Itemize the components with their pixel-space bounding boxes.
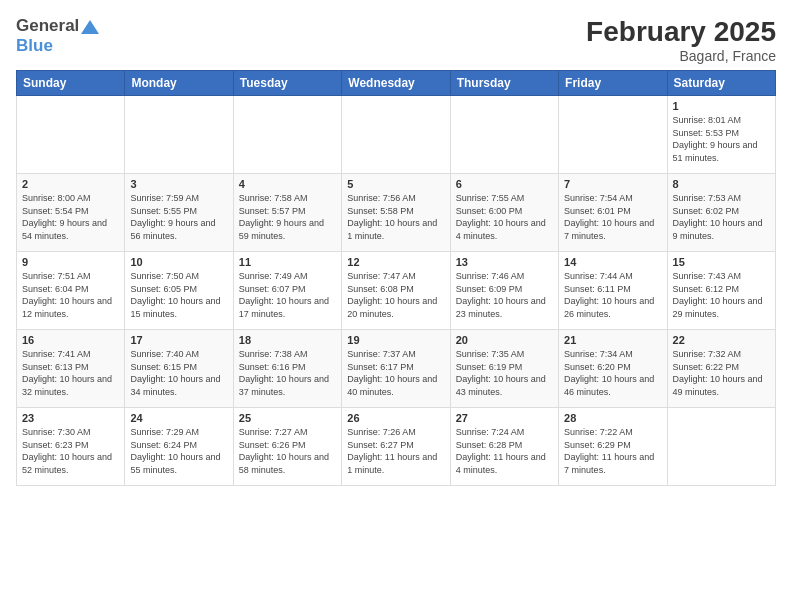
calendar-cell: 25Sunrise: 7:27 AM Sunset: 6:26 PM Dayli… <box>233 408 341 486</box>
day-info: Sunrise: 7:41 AM Sunset: 6:13 PM Dayligh… <box>22 348 119 398</box>
calendar-cell: 20Sunrise: 7:35 AM Sunset: 6:19 PM Dayli… <box>450 330 558 408</box>
day-info: Sunrise: 7:32 AM Sunset: 6:22 PM Dayligh… <box>673 348 770 398</box>
calendar-cell <box>559 96 667 174</box>
calendar-cell <box>233 96 341 174</box>
day-number: 2 <box>22 178 119 190</box>
day-info: Sunrise: 7:29 AM Sunset: 6:24 PM Dayligh… <box>130 426 227 476</box>
day-number: 7 <box>564 178 661 190</box>
day-info: Sunrise: 7:51 AM Sunset: 6:04 PM Dayligh… <box>22 270 119 320</box>
calendar-cell: 14Sunrise: 7:44 AM Sunset: 6:11 PM Dayli… <box>559 252 667 330</box>
col-header-tuesday: Tuesday <box>233 71 341 96</box>
day-info: Sunrise: 7:50 AM Sunset: 6:05 PM Dayligh… <box>130 270 227 320</box>
day-info: Sunrise: 7:46 AM Sunset: 6:09 PM Dayligh… <box>456 270 553 320</box>
day-info: Sunrise: 7:49 AM Sunset: 6:07 PM Dayligh… <box>239 270 336 320</box>
day-info: Sunrise: 7:30 AM Sunset: 6:23 PM Dayligh… <box>22 426 119 476</box>
day-info: Sunrise: 7:27 AM Sunset: 6:26 PM Dayligh… <box>239 426 336 476</box>
day-number: 22 <box>673 334 770 346</box>
day-number: 17 <box>130 334 227 346</box>
day-info: Sunrise: 7:55 AM Sunset: 6:00 PM Dayligh… <box>456 192 553 242</box>
col-header-monday: Monday <box>125 71 233 96</box>
calendar-cell: 21Sunrise: 7:34 AM Sunset: 6:20 PM Dayli… <box>559 330 667 408</box>
day-number: 20 <box>456 334 553 346</box>
calendar-cell: 1Sunrise: 8:01 AM Sunset: 5:53 PM Daylig… <box>667 96 775 174</box>
calendar-cell: 13Sunrise: 7:46 AM Sunset: 6:09 PM Dayli… <box>450 252 558 330</box>
col-header-friday: Friday <box>559 71 667 96</box>
calendar-cell: 28Sunrise: 7:22 AM Sunset: 6:29 PM Dayli… <box>559 408 667 486</box>
calendar-cell: 22Sunrise: 7:32 AM Sunset: 6:22 PM Dayli… <box>667 330 775 408</box>
day-number: 19 <box>347 334 444 346</box>
subtitle: Bagard, France <box>586 48 776 64</box>
day-number: 27 <box>456 412 553 424</box>
day-number: 5 <box>347 178 444 190</box>
week-row-2: 2Sunrise: 8:00 AM Sunset: 5:54 PM Daylig… <box>17 174 776 252</box>
col-header-wednesday: Wednesday <box>342 71 450 96</box>
header: General Blue February 2025 Bagard, Franc… <box>16 16 776 64</box>
day-number: 12 <box>347 256 444 268</box>
calendar-cell: 15Sunrise: 7:43 AM Sunset: 6:12 PM Dayli… <box>667 252 775 330</box>
day-number: 26 <box>347 412 444 424</box>
col-header-sunday: Sunday <box>17 71 125 96</box>
day-info: Sunrise: 7:47 AM Sunset: 6:08 PM Dayligh… <box>347 270 444 320</box>
calendar-header-row: SundayMondayTuesdayWednesdayThursdayFrid… <box>17 71 776 96</box>
calendar-cell: 16Sunrise: 7:41 AM Sunset: 6:13 PM Dayli… <box>17 330 125 408</box>
day-number: 11 <box>239 256 336 268</box>
calendar-cell <box>342 96 450 174</box>
calendar-cell: 26Sunrise: 7:26 AM Sunset: 6:27 PM Dayli… <box>342 408 450 486</box>
calendar-cell <box>667 408 775 486</box>
calendar-cell: 4Sunrise: 7:58 AM Sunset: 5:57 PM Daylig… <box>233 174 341 252</box>
day-info: Sunrise: 8:01 AM Sunset: 5:53 PM Dayligh… <box>673 114 770 164</box>
calendar-cell: 6Sunrise: 7:55 AM Sunset: 6:00 PM Daylig… <box>450 174 558 252</box>
week-row-1: 1Sunrise: 8:01 AM Sunset: 5:53 PM Daylig… <box>17 96 776 174</box>
calendar-cell: 2Sunrise: 8:00 AM Sunset: 5:54 PM Daylig… <box>17 174 125 252</box>
day-info: Sunrise: 7:44 AM Sunset: 6:11 PM Dayligh… <box>564 270 661 320</box>
day-info: Sunrise: 7:53 AM Sunset: 6:02 PM Dayligh… <box>673 192 770 242</box>
day-number: 21 <box>564 334 661 346</box>
day-number: 6 <box>456 178 553 190</box>
main-title: February 2025 <box>586 16 776 48</box>
calendar-cell: 12Sunrise: 7:47 AM Sunset: 6:08 PM Dayli… <box>342 252 450 330</box>
calendar-cell: 19Sunrise: 7:37 AM Sunset: 6:17 PM Dayli… <box>342 330 450 408</box>
day-number: 28 <box>564 412 661 424</box>
logo-text: General Blue <box>16 16 99 57</box>
calendar-cell: 10Sunrise: 7:50 AM Sunset: 6:05 PM Dayli… <box>125 252 233 330</box>
day-number: 3 <box>130 178 227 190</box>
day-info: Sunrise: 7:37 AM Sunset: 6:17 PM Dayligh… <box>347 348 444 398</box>
day-info: Sunrise: 7:38 AM Sunset: 6:16 PM Dayligh… <box>239 348 336 398</box>
col-header-saturday: Saturday <box>667 71 775 96</box>
day-info: Sunrise: 7:40 AM Sunset: 6:15 PM Dayligh… <box>130 348 227 398</box>
calendar-cell <box>450 96 558 174</box>
day-info: Sunrise: 7:59 AM Sunset: 5:55 PM Dayligh… <box>130 192 227 242</box>
day-number: 15 <box>673 256 770 268</box>
day-number: 24 <box>130 412 227 424</box>
title-block: February 2025 Bagard, France <box>586 16 776 64</box>
col-header-thursday: Thursday <box>450 71 558 96</box>
calendar-cell: 9Sunrise: 7:51 AM Sunset: 6:04 PM Daylig… <box>17 252 125 330</box>
day-info: Sunrise: 7:58 AM Sunset: 5:57 PM Dayligh… <box>239 192 336 242</box>
day-info: Sunrise: 7:54 AM Sunset: 6:01 PM Dayligh… <box>564 192 661 242</box>
day-number: 25 <box>239 412 336 424</box>
calendar-cell: 27Sunrise: 7:24 AM Sunset: 6:28 PM Dayli… <box>450 408 558 486</box>
calendar-cell: 18Sunrise: 7:38 AM Sunset: 6:16 PM Dayli… <box>233 330 341 408</box>
calendar-cell: 3Sunrise: 7:59 AM Sunset: 5:55 PM Daylig… <box>125 174 233 252</box>
day-number: 16 <box>22 334 119 346</box>
calendar-cell: 7Sunrise: 7:54 AM Sunset: 6:01 PM Daylig… <box>559 174 667 252</box>
day-number: 9 <box>22 256 119 268</box>
day-number: 18 <box>239 334 336 346</box>
calendar-cell: 8Sunrise: 7:53 AM Sunset: 6:02 PM Daylig… <box>667 174 775 252</box>
day-info: Sunrise: 7:35 AM Sunset: 6:19 PM Dayligh… <box>456 348 553 398</box>
week-row-5: 23Sunrise: 7:30 AM Sunset: 6:23 PM Dayli… <box>17 408 776 486</box>
day-info: Sunrise: 7:34 AM Sunset: 6:20 PM Dayligh… <box>564 348 661 398</box>
day-number: 13 <box>456 256 553 268</box>
day-number: 8 <box>673 178 770 190</box>
day-info: Sunrise: 7:22 AM Sunset: 6:29 PM Dayligh… <box>564 426 661 476</box>
calendar-cell: 11Sunrise: 7:49 AM Sunset: 6:07 PM Dayli… <box>233 252 341 330</box>
week-row-4: 16Sunrise: 7:41 AM Sunset: 6:13 PM Dayli… <box>17 330 776 408</box>
day-number: 10 <box>130 256 227 268</box>
day-number: 4 <box>239 178 336 190</box>
day-number: 23 <box>22 412 119 424</box>
day-info: Sunrise: 7:56 AM Sunset: 5:58 PM Dayligh… <box>347 192 444 242</box>
day-number: 14 <box>564 256 661 268</box>
calendar-cell: 24Sunrise: 7:29 AM Sunset: 6:24 PM Dayli… <box>125 408 233 486</box>
logo: General Blue <box>16 16 99 57</box>
day-info: Sunrise: 7:24 AM Sunset: 6:28 PM Dayligh… <box>456 426 553 476</box>
